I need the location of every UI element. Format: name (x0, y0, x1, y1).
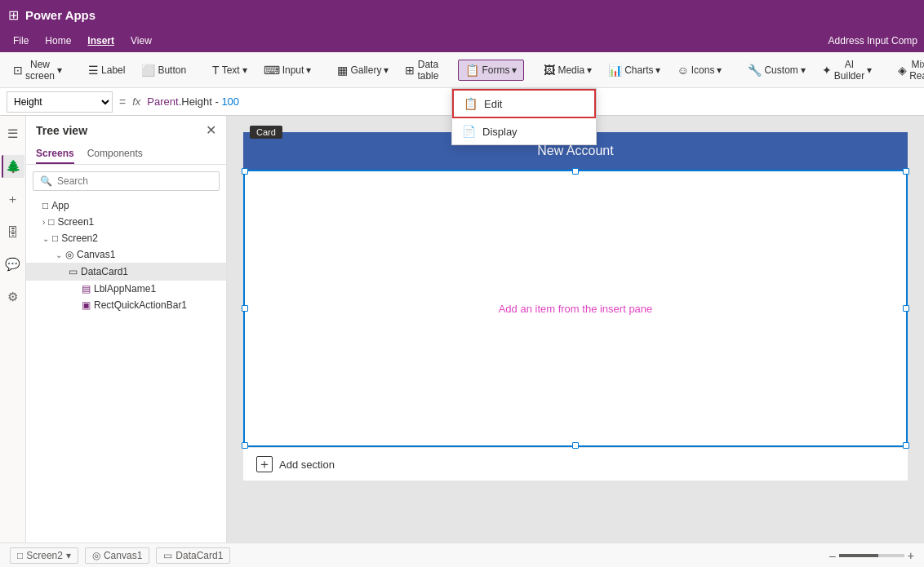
tree-view-close-button[interactable]: ✕ (206, 122, 216, 138)
form-placeholder: Add an item from the insert pane (499, 303, 653, 315)
canvas1-label: Canvas1 (77, 249, 220, 260)
sidebar-menu-icon[interactable]: ☰ (2, 122, 24, 145)
property-select[interactable]: Height (7, 91, 113, 113)
handle-bottom-right[interactable] (903, 442, 909, 449)
text-icon: T (212, 64, 220, 77)
tab-screens[interactable]: Screens (36, 144, 74, 164)
canvas-area[interactable]: Card New Account Add an item from the in… (227, 116, 924, 543)
screen1-chevron: › (42, 218, 45, 227)
tree-item-datacard1[interactable]: ▭ DataCard1 ··· (26, 263, 226, 281)
handle-top-right[interactable] (903, 168, 909, 175)
handle-top-center[interactable] (572, 168, 579, 175)
forms-dropdown-menu: 📋 Edit 📄 Display (451, 88, 597, 145)
custom-icon: 🔧 (748, 64, 762, 77)
search-icon: 🔍 (40, 175, 52, 187)
add-section-button[interactable]: ＋ Add section (243, 447, 908, 481)
forms-icon: 📋 (465, 64, 479, 77)
zoom-controls: – + (829, 549, 914, 562)
tree-item-screen1[interactable]: › □ Screen1 (26, 214, 226, 230)
new-screen-button[interactable]: ⊡ New screen ▾ (7, 55, 69, 85)
breadcrumb-canvas1[interactable]: ◎ Canvas1 (85, 547, 149, 564)
toolbar: ⊡ New screen ▾ ☰ Label ⬜ Button T Text ▾… (0, 52, 924, 88)
screen1-label: Screen1 (58, 216, 220, 228)
tree-item-rectquickactionbar1[interactable]: ▣ RectQuickActionBar1 (26, 297, 226, 313)
add-section-plus-icon: ＋ (256, 456, 273, 472)
datacard1-icon: ▭ (69, 266, 78, 277)
card-badge: Card (250, 126, 282, 139)
top-bar: ⊞ Power Apps (0, 0, 924, 29)
label-icon: ☰ (88, 64, 99, 77)
canvas1-icon: ◎ (65, 249, 73, 260)
tree-item-app[interactable]: □ App (26, 197, 226, 214)
icons-icon: ☺ (677, 64, 688, 77)
tree-item-screen2[interactable]: ⌄ □ Screen2 (26, 230, 226, 246)
zoom-out-button[interactable]: – (829, 549, 836, 562)
screen2-label: Screen2 (61, 233, 220, 244)
search-input[interactable] (57, 175, 212, 187)
data-table-button[interactable]: ⊞ Data table (398, 55, 445, 85)
waffle-icon[interactable]: ⊞ (8, 7, 19, 23)
screen2-icon-status: □ (17, 550, 23, 561)
dropdown-item-edit[interactable]: 📋 Edit (452, 89, 596, 118)
dropdown-item-display[interactable]: 📄 Display (452, 118, 596, 144)
screen2-chevron: ⌄ (42, 234, 49, 243)
breadcrumb-datacard1[interactable]: ▭ DataCard1 (156, 547, 230, 564)
tree-search-box: 🔍 (33, 171, 220, 191)
canvas1-icon-status: ◎ (92, 550, 100, 561)
gallery-icon: ▦ (337, 64, 348, 77)
display-icon: 📄 (462, 125, 476, 138)
datacard1-breadcrumb-label: DataCard1 (175, 550, 223, 561)
screen2-breadcrumb-label: Screen2 (26, 550, 63, 561)
sidebar-tree-icon[interactable]: 🌲 (2, 155, 24, 178)
tab-components[interactable]: Components (87, 144, 143, 164)
charts-icon: 📊 (608, 64, 622, 77)
tree-view-panel: Tree view ✕ Screens Components 🔍 □ App ›… (26, 116, 227, 543)
add-section-label: Add section (279, 458, 335, 471)
handle-mid-right[interactable] (903, 305, 909, 312)
sidebar-plus-icon[interactable]: ＋ (2, 188, 24, 210)
data-table-icon: ⊞ (405, 64, 415, 77)
handle-bottom-center[interactable] (572, 442, 579, 449)
zoom-in-button[interactable]: + (908, 549, 914, 562)
zoom-slider[interactable] (839, 554, 904, 557)
app-label: App (51, 200, 220, 211)
app-icon: □ (42, 200, 48, 211)
forms-button[interactable]: 📋 Forms ▾ (458, 60, 524, 81)
breadcrumb-screen2[interactable]: □ Screen2 ▾ (10, 547, 78, 564)
tree-view-tabs: Screens Components (26, 144, 226, 165)
canvas1-breadcrumb-label: Canvas1 (104, 550, 142, 561)
custom-button[interactable]: 🔧 Custom ▾ (741, 60, 811, 80)
datacard1-label: DataCard1 (81, 266, 207, 277)
menu-view[interactable]: View (124, 33, 158, 48)
ai-builder-button[interactable]: ✦ AI Builder ▾ (815, 55, 878, 85)
menu-file[interactable]: File (7, 33, 35, 48)
input-button[interactable]: ⌨ Input ▾ (257, 60, 318, 80)
label-button[interactable]: ☰ Label (82, 60, 131, 80)
fx-symbol: fx (132, 95, 140, 108)
media-icon: 🖼 (544, 64, 555, 77)
button-button[interactable]: ⬜ Button (135, 60, 193, 80)
menu-insert[interactable]: Insert (81, 33, 121, 48)
handle-mid-left[interactable] (242, 305, 248, 312)
text-button[interactable]: T Text ▾ (206, 60, 254, 80)
edit-icon: 📋 (464, 97, 478, 110)
gallery-button[interactable]: ▦ Gallery ▾ (331, 60, 395, 80)
sidebar-settings-icon[interactable]: ⚙ (2, 286, 24, 308)
form-title: New Account (537, 144, 613, 157)
icons-button[interactable]: ☺ Icons ▾ (670, 60, 728, 80)
canvas1-chevron: ⌄ (56, 250, 62, 259)
sidebar-chat-icon[interactable]: 💬 (2, 253, 24, 276)
handle-bottom-left[interactable] (242, 442, 248, 449)
status-bar: □ Screen2 ▾ ◎ Canvas1 ▭ DataCard1 – + (0, 543, 924, 567)
form-body[interactable]: Add an item from the insert pane (243, 170, 908, 447)
tree-item-lblappname1[interactable]: ▤ LblAppName1 (26, 281, 226, 297)
menu-home[interactable]: Home (38, 33, 78, 48)
mixed-reality-button[interactable]: ◈ Mixed Reality ▾ (891, 55, 924, 85)
media-button[interactable]: 🖼 Media ▾ (537, 60, 598, 80)
handle-top-left[interactable] (242, 168, 248, 175)
sidebar-data-icon[interactable]: 🗄 (2, 220, 24, 243)
zoom-fill (839, 554, 878, 557)
tree-item-canvas1[interactable]: ⌄ ◎ Canvas1 (26, 246, 226, 263)
charts-button[interactable]: 📊 Charts ▾ (602, 60, 667, 80)
app-title: Power Apps (25, 8, 96, 22)
